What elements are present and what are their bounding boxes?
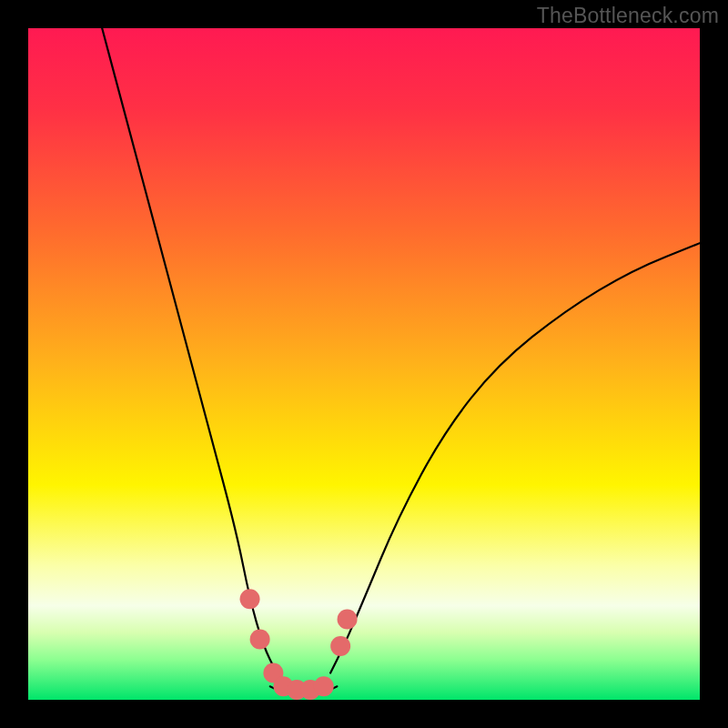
marker-dot: [240, 589, 260, 609]
outer-frame: TheBottleneck.com: [0, 0, 728, 728]
watermark-text: TheBottleneck.com: [537, 4, 719, 28]
chart-svg: [28, 28, 700, 700]
marker-dot: [314, 676, 334, 696]
marker-dot: [338, 609, 358, 629]
marker-dot: [250, 630, 270, 650]
plot-area: [28, 28, 700, 700]
marker-dot: [330, 636, 350, 656]
